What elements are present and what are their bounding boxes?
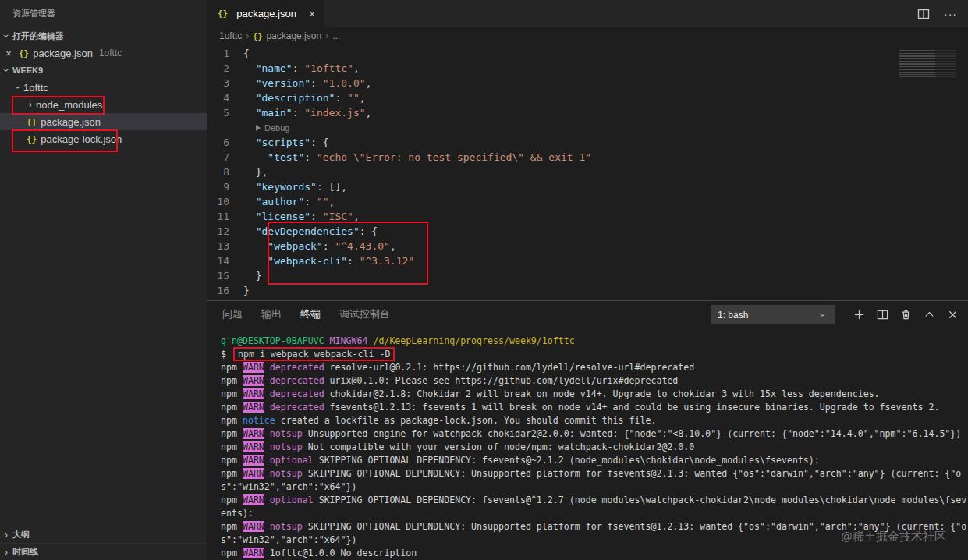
new-terminal-icon[interactable]: [853, 309, 865, 321]
terminal-line: npm WARN deprecated resolve-url@0.2.1: h…: [221, 361, 968, 374]
token: "test": [268, 151, 304, 163]
token: "main": [256, 107, 293, 119]
close-icon[interactable]: ×: [0, 48, 17, 59]
token: "echo \"Error: no test specified\" && ex…: [317, 151, 591, 163]
token: :: [347, 255, 360, 267]
terminal-line: npm WARN notsup SKIPPING OPTIONAL DEPEND…: [221, 467, 968, 494]
token: WARN: [243, 494, 264, 505]
token: npm: [221, 455, 243, 466]
code-editor[interactable]: 1{2 "name": "1ofttc",3 "version": "1.0.0…: [207, 44, 968, 300]
code-text: "test": "echo \"Error: no test specified…: [243, 150, 591, 165]
codelens-label: Debug: [264, 121, 289, 136]
debug-codelens[interactable]: Debug: [256, 121, 289, 136]
terminal-output[interactable]: g'n@DESKTOP-0BAPUVC MINGW64 /d/KeepLearn…: [207, 328, 968, 560]
code-text: "keywords": [],: [243, 179, 347, 194]
token: resolve-url@0.2.1: https://github.com/ly…: [324, 362, 695, 373]
tab-package-json[interactable]: {} package.json ×: [207, 0, 324, 27]
token: [243, 181, 256, 193]
sidebar-item-node-modules[interactable]: › node_modules: [0, 96, 207, 113]
line-number: 7: [207, 150, 243, 165]
chevron-right-icon: ›: [0, 547, 12, 558]
token: {: [243, 48, 250, 59]
chevron-down-icon: ›: [12, 82, 23, 93]
code-text: "scripts": {: [243, 135, 329, 150]
json-file-icon: {}: [253, 32, 262, 41]
outline-header[interactable]: › 大纲: [0, 526, 207, 543]
terminal-line: $ npm i webpack webpack-cli -D: [221, 348, 968, 361]
token: npm: [221, 362, 243, 373]
minimap[interactable]: [899, 48, 956, 77]
token: "1ofttc": [304, 62, 353, 74]
open-editor-filename: package.json: [33, 48, 93, 59]
open-editor-item[interactable]: × {} package.json 1ofttc: [0, 44, 207, 62]
chevron-down-icon: ›: [817, 310, 828, 321]
workspace-header[interactable]: › WEEK9: [0, 62, 207, 79]
terminal-line: npm WARN optional SKIPPING OPTIONAL DEPE…: [221, 454, 968, 467]
token: :: [310, 77, 323, 89]
split-terminal-icon[interactable]: [877, 309, 888, 321]
code-text: },: [243, 165, 268, 179]
code-text: "webpack-cli": "^3.3.12": [243, 253, 414, 268]
token: [264, 441, 270, 452]
kill-terminal-icon[interactable]: [900, 309, 912, 321]
token: [264, 455, 270, 466]
breadcrumb-file[interactable]: package.json: [266, 30, 321, 41]
token: ,: [390, 240, 396, 252]
chevron-right-icon: ›: [246, 30, 249, 41]
timeline-header[interactable]: › 时间线: [0, 543, 207, 560]
tab-label: package.json: [236, 8, 296, 19]
token: Not compatible with your version of node…: [303, 441, 695, 452]
json-file-icon: {}: [19, 48, 29, 58]
token: SKIPPING OPTIONAL DEPENDENCY: fsevents@^…: [221, 494, 966, 519]
token: [264, 402, 270, 413]
sidebar-item-1ofttc[interactable]: › 1ofttc: [0, 79, 207, 96]
breadcrumb: 1ofttc › {} package.json › ...: [207, 27, 968, 44]
open-editor-detail: 1ofttc: [99, 48, 122, 58]
maximize-panel-icon[interactable]: [924, 309, 935, 321]
open-editors-header[interactable]: › 打开的编辑器: [0, 27, 207, 44]
sidebar-item-package-lock-json[interactable]: {} package-lock.json: [0, 130, 207, 147]
panel-controls: 1: bash ›: [711, 305, 959, 324]
more-actions-icon[interactable]: ···: [944, 8, 957, 20]
token: :: [304, 151, 317, 163]
tab-problems[interactable]: 问题: [222, 301, 243, 328]
token: npm: [221, 548, 243, 558]
token: WARN: [243, 521, 264, 532]
code-text: }: [243, 283, 250, 298]
line-number: 11: [207, 209, 243, 224]
token: npm: [221, 428, 243, 439]
code-line-11: 11 "license": "ISC",: [207, 209, 968, 224]
code-line-9: 9 "keywords": [],: [207, 179, 968, 194]
open-editors-label: 打开的编辑器: [12, 30, 64, 42]
token: npm: [221, 494, 243, 505]
token: [243, 166, 256, 178]
token: npm: [221, 402, 243, 413]
editor-actions: ···: [917, 0, 968, 27]
token: "scripts": [256, 136, 310, 148]
close-panel-icon[interactable]: [947, 309, 959, 321]
breadcrumb-folder[interactable]: 1ofttc: [219, 30, 242, 41]
sidebar-item-package-json[interactable]: {} package.json: [0, 113, 207, 130]
token: WARN: [243, 375, 264, 386]
token: ,: [329, 196, 335, 207]
token: :: [335, 92, 347, 104]
breadcrumb-symbol[interactable]: ...: [332, 30, 340, 41]
token: [264, 388, 270, 399]
token: "version": [256, 77, 310, 89]
token: "description": [256, 92, 335, 104]
token: "index.js": [304, 107, 365, 119]
tab-output[interactable]: 输出: [261, 301, 282, 328]
split-editor-icon[interactable]: [917, 8, 930, 20]
code-text: "main": "index.js",: [243, 105, 371, 120]
tab-debug-console[interactable]: 调试控制台: [339, 301, 390, 328]
shell-selector[interactable]: 1: bash ›: [711, 305, 835, 324]
token: :: [293, 107, 305, 119]
token: deprecated: [270, 362, 324, 373]
code-text: }: [243, 268, 261, 283]
code-line-5: 5 "main": "index.js",: [207, 105, 968, 120]
tab-terminal[interactable]: 终端: [300, 301, 321, 328]
tab-close-icon[interactable]: ×: [309, 8, 315, 20]
token: optional: [270, 455, 314, 466]
line-number: 13: [207, 239, 243, 253]
code-text: "author": "",: [243, 194, 335, 209]
